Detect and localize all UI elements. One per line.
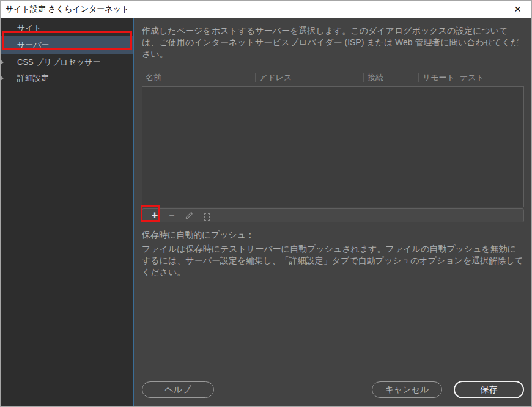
dialog-body: サイト サーバー CSS プリプロセッサー 詳細設定 作成したページをホストする…	[1, 18, 531, 407]
duplicate-server-button[interactable]	[198, 209, 214, 222]
sidebar-item-label: CSS プリプロセッサー	[17, 57, 100, 67]
add-server-button[interactable]: +	[147, 209, 163, 222]
column-header-address[interactable]: アドレス	[255, 73, 363, 82]
help-button[interactable]: ヘルプ	[142, 381, 214, 398]
column-header-remote[interactable]: リモート	[418, 73, 456, 82]
site-settings-dialog: サイト設定 さくらインターネット × サイト サーバー CSS プリプロセッサー…	[0, 0, 532, 407]
server-panel-description: 作成したページをホストするサーバーを選択します。このダイアログボックスの設定につ…	[142, 25, 524, 60]
sidebar-item-label: サイト	[17, 23, 42, 32]
sidebar-item-advanced-settings[interactable]: 詳細設定	[1, 70, 133, 86]
pencil-icon	[184, 211, 194, 221]
close-button[interactable]: ×	[504, 1, 531, 18]
auto-push-label: 保存時に自動的にプッシュ：	[142, 230, 524, 241]
close-icon: ×	[514, 2, 521, 16]
column-header-spacer	[497, 73, 524, 82]
sidebar-item-server[interactable]: サーバー	[1, 36, 133, 54]
minus-icon: −	[169, 210, 174, 221]
sidebar-item-css-preprocessor[interactable]: CSS プリプロセッサー	[1, 54, 133, 70]
remove-server-button[interactable]: −	[164, 209, 180, 222]
dropdown-corner-icon	[158, 218, 160, 220]
sidebar-item-label: サーバー	[17, 40, 50, 50]
chevron-right-icon	[1, 60, 4, 65]
auto-push-description: ファイルは保存時にテストサーバーに自動プッシュされます。ファイルの自動プッシュを…	[142, 243, 524, 278]
server-list-toolbar: + −	[142, 208, 524, 222]
save-button[interactable]: 保存	[454, 381, 524, 398]
title-bar: サイト設定 さくらインターネット ×	[1, 1, 531, 18]
window-title: サイト設定 さくらインターネット	[1, 4, 504, 15]
plus-icon: +	[152, 209, 158, 222]
cancel-button[interactable]: キャンセル	[372, 381, 442, 398]
server-panel: 作成したページをホストするサーバーを選択します。このダイアログボックスの設定につ…	[134, 18, 531, 407]
column-header-test[interactable]: テスト	[456, 73, 497, 82]
edit-server-button[interactable]	[181, 209, 197, 222]
sidebar-item-site[interactable]: サイト	[1, 20, 133, 36]
duplicate-icon	[201, 211, 211, 221]
settings-category-sidebar: サイト サーバー CSS プリプロセッサー 詳細設定	[1, 18, 133, 407]
server-table-header: 名前 アドレス 接続 リモート テスト	[142, 71, 524, 84]
server-list[interactable]	[142, 86, 524, 207]
dialog-buttons: ヘルプ キャンセル 保存	[142, 381, 524, 398]
chevron-right-icon	[1, 76, 4, 81]
column-header-name[interactable]: 名前	[142, 73, 255, 82]
sidebar-item-label: 詳細設定	[17, 73, 49, 82]
column-header-connection[interactable]: 接続	[363, 73, 418, 82]
